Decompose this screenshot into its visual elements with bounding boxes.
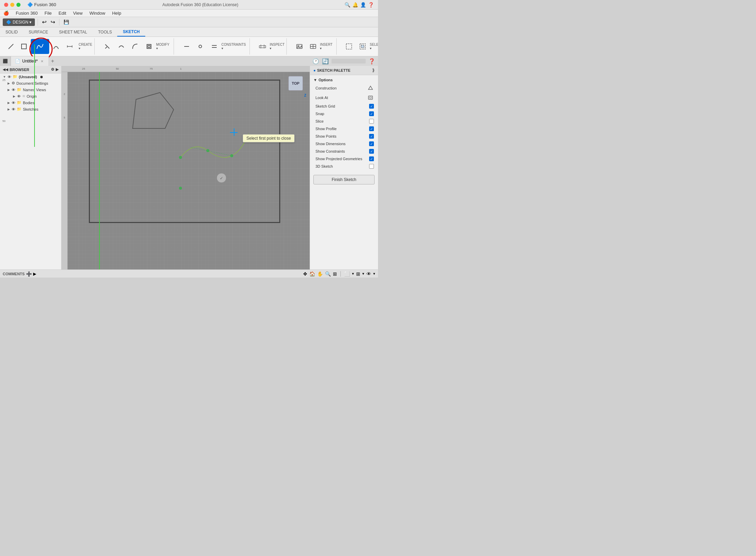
select-label[interactable]: SELECT ▾	[370, 43, 378, 50]
tab-sketch[interactable]: SKETCH	[117, 27, 145, 37]
create-line-btn[interactable]	[5, 39, 17, 54]
redo-button[interactable]: ↪	[49, 19, 56, 25]
close-button[interactable]	[4, 3, 8, 7]
origin-eye[interactable]: 👁	[17, 94, 21, 98]
menu-fusion360[interactable]: Fusion 360	[12, 10, 41, 16]
grid-dropdown[interactable]: ▾	[362, 272, 364, 276]
nav-home-icon[interactable]: 🏠	[309, 271, 315, 277]
options-section-header[interactable]: ▼ Options	[310, 77, 378, 83]
palette-row-3d-sketch[interactable]: 3D Sketch	[310, 163, 378, 170]
select-btn[interactable]	[356, 39, 369, 54]
bodies-eye[interactable]: 👁	[12, 101, 15, 105]
constraints-label[interactable]: CONSTRAINTS ▾	[221, 43, 247, 50]
palette-row-show-projected[interactable]: Show Projected Geometries	[310, 155, 378, 163]
look-at-icon[interactable]	[367, 94, 374, 101]
create-dropdown[interactable]: CREATE ▾	[79, 43, 92, 50]
palette-expand-icon[interactable]: ⟫	[372, 68, 375, 73]
display-mode-icon[interactable]: ⬜	[344, 271, 350, 277]
tab-sheetmetal[interactable]: SHEET METAL	[54, 27, 93, 37]
checkbox-slice[interactable]	[369, 119, 374, 124]
palette-finish-sketch-button[interactable]: Finish Sketch	[313, 175, 375, 184]
equal-btn[interactable]	[207, 39, 220, 54]
palette-row-snap[interactable]: Snap	[310, 110, 378, 117]
trim-btn[interactable]	[101, 39, 114, 54]
inspect-btn[interactable]	[256, 39, 269, 54]
menu-help[interactable]: Help	[109, 10, 125, 16]
palette-row-sketch-grid[interactable]: Sketch Grid	[310, 102, 378, 110]
document-tab[interactable]: 📄 Untitled* ✕	[11, 56, 49, 66]
construction-icon[interactable]	[367, 85, 374, 92]
checkbox-show-points[interactable]	[369, 134, 374, 139]
palette-row-show-constraints[interactable]: Show Constraints	[310, 148, 378, 155]
checkbox-snap[interactable]	[369, 111, 374, 116]
insert-canvas-btn[interactable]	[307, 39, 319, 54]
browser-item-unsaved[interactable]: ▼ 👁 📁 (Unsaved) ⏺	[0, 73, 61, 80]
palette-row-show-dimensions[interactable]: Show Dimensions	[310, 140, 378, 148]
modify-label[interactable]: MODIFY ▾	[156, 43, 172, 50]
display-dropdown[interactable]: ▾	[352, 272, 354, 276]
palette-row-construction[interactable]: Construction	[310, 83, 378, 93]
notification-icon[interactable]: 🔔	[352, 2, 358, 8]
view-cube-face[interactable]: TOP	[288, 76, 303, 91]
tab-solid[interactable]: SOLID	[0, 27, 23, 37]
midpoint-btn[interactable]	[194, 39, 207, 54]
nav-zoom-window-icon[interactable]: ⊞	[333, 271, 337, 277]
checkbox-3d-sketch[interactable]	[369, 164, 374, 169]
create-spline-btn[interactable]	[31, 39, 49, 54]
save-button[interactable]: 💾	[62, 19, 70, 25]
browser-settings-icon[interactable]: ⚙	[51, 67, 54, 72]
browser-item-origin[interactable]: ▶ 👁 ≋ Origin	[0, 93, 61, 99]
checkbox-show-constraints[interactable]	[369, 149, 374, 154]
browser-item-sketches[interactable]: ▶ 👁 📁 Sketches	[0, 106, 61, 112]
minimize-button[interactable]	[10, 3, 14, 7]
offset-btn[interactable]	[142, 39, 156, 54]
maximize-button[interactable]	[16, 3, 21, 7]
nav-pan-icon[interactable]: ✋	[317, 271, 323, 277]
menu-edit[interactable]: Edit	[55, 10, 69, 16]
extend-btn[interactable]	[114, 39, 128, 54]
design-button[interactable]: 🔷 DESIGN ▾	[3, 18, 35, 26]
named-views-eye[interactable]: 👁	[12, 88, 15, 92]
palette-row-slice[interactable]: Slice	[310, 117, 378, 125]
window-select-btn[interactable]	[343, 39, 356, 54]
inspect-label[interactable]: INSPECT ▾	[270, 43, 284, 50]
add-comment-icon[interactable]: ➕	[26, 271, 32, 277]
visibility-icon[interactable]: 👁	[366, 271, 371, 277]
tab-close-button[interactable]: ✕	[40, 59, 44, 64]
palette-row-show-profile[interactable]: Show Profile	[310, 125, 378, 133]
create-arc-btn[interactable]	[50, 39, 62, 54]
menu-apple[interactable]: 🍎	[0, 10, 12, 16]
menu-file[interactable]: File	[41, 10, 55, 16]
panel-toggle[interactable]: ⬛	[0, 56, 11, 66]
new-tab-button[interactable]: +	[49, 56, 56, 66]
menu-view[interactable]: View	[70, 10, 86, 16]
browser-item-document-settings[interactable]: ▶ ⚙ Document Settings	[0, 80, 61, 86]
checkbox-show-profile[interactable]	[369, 126, 374, 131]
viewport-cube[interactable]: TOP Z	[288, 76, 303, 91]
refresh-button[interactable]: 🔄	[322, 58, 329, 65]
nav-zoom-icon[interactable]: 🔍	[325, 271, 331, 277]
browser-item-bodies[interactable]: ▶ 👁 📁 Bodies	[0, 99, 61, 106]
comments-collapse[interactable]: ▶	[33, 272, 36, 276]
user-icon[interactable]: 👤	[360, 2, 366, 8]
checkbox-show-projected[interactable]	[369, 156, 374, 161]
record-icon[interactable]: ⏺	[40, 75, 43, 79]
sketches-eye[interactable]: 👁	[12, 107, 15, 111]
search-bar[interactable]	[332, 59, 366, 64]
fillet-btn[interactable]	[129, 39, 142, 54]
checkbox-sketch-grid[interactable]	[369, 104, 374, 109]
help-icon[interactable]: ❓	[368, 2, 374, 8]
undo-button[interactable]: ↩	[41, 19, 48, 25]
insert-label[interactable]: INSERT ▾	[320, 43, 334, 50]
help-question[interactable]: ❓	[368, 58, 375, 65]
tab-tools[interactable]: TOOLS	[93, 27, 117, 37]
insert-image-btn[interactable]	[293, 39, 306, 54]
coincident-btn[interactable]	[180, 39, 193, 54]
history-button[interactable]: 🕐	[312, 58, 319, 65]
visibility-dropdown[interactable]: ▾	[373, 272, 375, 276]
search-icon[interactable]: 🔍	[345, 2, 350, 8]
eye-icon[interactable]: 👁	[8, 75, 11, 79]
browser-collapse-btn[interactable]: ◀◀	[3, 68, 8, 71]
browser-collapse-right[interactable]: ▶	[56, 67, 58, 72]
canvas-area[interactable]: 25 50 75 1 2 5	[62, 66, 310, 269]
